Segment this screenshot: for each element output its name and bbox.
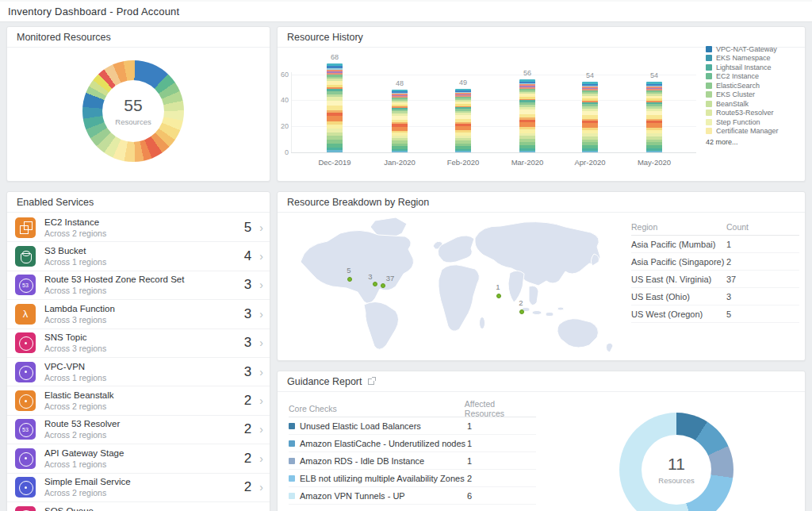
legend-label: EKS Cluster xyxy=(716,90,755,98)
map-marker-count: 2 xyxy=(519,298,523,307)
table-row: US East (N. Virginia)37 xyxy=(631,271,799,288)
chevron-right-icon: › xyxy=(259,308,263,321)
affected-count-cell: 1 xyxy=(467,439,472,448)
service-row[interactable]: SQS QueueAcross 1 regions2› xyxy=(7,502,270,511)
service-subtitle: Across 1 regions xyxy=(44,257,244,267)
bar-total-label: 68 xyxy=(319,53,350,61)
affected-total: 11 xyxy=(668,455,685,474)
gridline xyxy=(291,75,696,75)
service-row[interactable]: 53Route 53 Hosted Zone Record SetAcross … xyxy=(7,271,270,300)
service-name: Lambda Function xyxy=(44,304,244,314)
stacked-bar-chart: 020406068Dec-201948Jan-202049Feb-202056M… xyxy=(278,27,706,182)
gridline xyxy=(291,126,696,127)
legend-item[interactable]: EKS Namespace xyxy=(706,54,805,63)
island-shape xyxy=(480,317,485,329)
region-count-cell: 37 xyxy=(726,275,799,284)
service-name: SQS Queue xyxy=(44,506,244,511)
monitored-resources-donut-chart[interactable]: 55 Resources xyxy=(82,60,184,162)
check-cell: Amazon ElastiCache - Underutilized nodes xyxy=(289,439,467,448)
legend-item[interactable]: Lightsail Instance xyxy=(706,63,805,72)
island-shape xyxy=(546,313,553,317)
legend-swatch xyxy=(706,101,712,107)
legend-item[interactable]: VPC-NAT-Gateway xyxy=(706,44,805,54)
legend-label: EKS Namespace xyxy=(716,54,771,62)
legend-swatch xyxy=(706,119,712,125)
affected-count-cell: 2 xyxy=(467,474,472,483)
history-bar[interactable] xyxy=(519,79,535,152)
service-name: Elastic Beanstalk xyxy=(44,390,244,401)
history-bar[interactable] xyxy=(646,82,662,152)
icon-glyph-text: λ xyxy=(15,304,36,325)
x-axis-label: Mar-2020 xyxy=(500,158,555,167)
continent-shape xyxy=(475,222,600,286)
service-text: EC2 InstanceAcross 2 regions xyxy=(44,217,244,238)
bar-total-label: 49 xyxy=(447,79,479,86)
service-row[interactable]: S3 BucketAcross 1 regions4› xyxy=(7,242,270,271)
chevron-right-icon: › xyxy=(259,336,263,349)
service-row[interactable]: 53Route 53 ResolverAcross 2 regions2› xyxy=(7,416,270,444)
service-subtitle: Across 3 regions xyxy=(44,315,244,325)
service-row[interactable]: SNS TopicAcross 3 regions3› xyxy=(7,329,270,358)
map-region-marker[interactable] xyxy=(519,309,524,314)
service-row[interactable]: λLambda FunctionAcross 3 regions3› xyxy=(7,300,270,328)
island-shape xyxy=(532,311,542,315)
legend-swatch xyxy=(706,64,712,71)
x-axis-label: Feb-2020 xyxy=(435,158,491,167)
map-region-marker[interactable] xyxy=(373,282,377,286)
service-row[interactable]: API Gateway StageAcross 1 regions2› xyxy=(7,444,270,473)
legend-label: Certificate Manager xyxy=(716,127,779,135)
service-name: S3 Bucket xyxy=(44,246,244,256)
bar-total-label: 56 xyxy=(511,69,543,77)
service-name: EC2 Instance xyxy=(44,217,244,228)
service-text: SQS QueueAcross 1 regions xyxy=(44,506,244,511)
world-map-svg xyxy=(286,213,619,359)
chevron-right-icon: › xyxy=(259,452,263,465)
legend-item[interactable]: Certificate Manager xyxy=(706,127,805,136)
legend-item[interactable]: EC2 Instance xyxy=(706,72,805,82)
x-axis-label: Jan-2020 xyxy=(372,158,427,167)
service-text: Lambda FunctionAcross 3 regions xyxy=(44,304,244,325)
service-icon: 53 xyxy=(15,419,36,440)
chevron-right-icon: › xyxy=(259,221,263,234)
legend-item[interactable]: Route53-Resolver xyxy=(706,109,805,118)
legend-swatch xyxy=(706,73,712,79)
map-region-marker[interactable] xyxy=(347,277,352,282)
history-bar[interactable] xyxy=(327,63,343,152)
service-row[interactable]: VPC-VPNAcross 1 regions3› xyxy=(7,358,270,386)
history-bar[interactable] xyxy=(392,90,408,152)
legend-item[interactable]: ElasticSearch xyxy=(706,81,805,90)
legend-more-link[interactable]: 42 more... xyxy=(706,138,805,146)
service-count: 2 xyxy=(244,451,251,467)
service-count: 3 xyxy=(244,277,251,293)
affected-count-cell: 1 xyxy=(467,421,472,431)
column-header-region: Region xyxy=(631,222,726,232)
panel-title: Resource Breakdown by Region xyxy=(287,197,429,208)
map-region-marker[interactable] xyxy=(381,283,385,288)
service-name: SNS Topic xyxy=(44,332,244,343)
legend-item[interactable]: EKS Cluster xyxy=(706,90,805,100)
legend-item[interactable]: BeanStalk xyxy=(706,99,805,109)
service-row[interactable]: Elastic BeanstalkAcross 2 regions2› xyxy=(7,386,270,415)
continent-shape xyxy=(301,230,414,303)
map-region-marker[interactable] xyxy=(496,294,501,298)
check-cell: Unused Elastic Load Balancers xyxy=(289,421,467,431)
y-axis-tick: 60 xyxy=(278,71,289,79)
legend-swatch xyxy=(706,91,712,98)
service-subtitle: Across 2 regions xyxy=(44,229,244,238)
history-bar[interactable] xyxy=(582,82,598,152)
service-row[interactable]: EC2 InstanceAcross 2 regions5› xyxy=(7,213,270,242)
panel-header: Guidance Report xyxy=(278,371,805,392)
service-icon xyxy=(15,217,36,238)
service-name: Route 53 Hosted Zone Record Set xyxy=(44,275,244,285)
legend-item[interactable]: Step Function xyxy=(706,117,805,127)
guidance-donut-chart[interactable]: 11 Resources xyxy=(619,413,733,511)
panel-header: Resource Breakdown by Region xyxy=(278,192,805,213)
service-row[interactable]: Simple Email ServiceAcross 2 regions2› xyxy=(7,474,270,502)
check-label: Unused Elastic Load Balancers xyxy=(300,421,464,431)
island-shape xyxy=(557,307,564,310)
icon-glyph-text: 53 xyxy=(15,419,36,440)
continent-shape xyxy=(529,286,538,305)
history-bar[interactable] xyxy=(455,89,471,152)
region-name-cell: US East (Ohio) xyxy=(631,292,726,302)
external-link-icon[interactable] xyxy=(368,378,374,385)
